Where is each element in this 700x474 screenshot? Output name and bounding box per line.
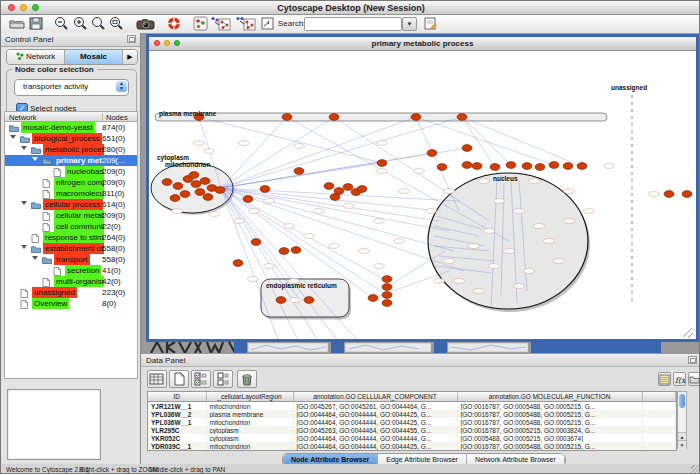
tree-row[interactable]: cellular process614(0) bbox=[5, 199, 137, 210]
node-color-dropdown[interactable]: transporter activity ▲▼ bbox=[14, 79, 129, 96]
tree-row[interactable]: cellular metabo209(0) bbox=[5, 210, 137, 221]
expand-arrow-icon[interactable] bbox=[21, 201, 27, 205]
table-scrollbar[interactable]: ▲ ▼ bbox=[677, 391, 687, 449]
file-icon bbox=[20, 300, 28, 312]
tree-item-label: mosaic-demo-yeast bbox=[21, 122, 95, 133]
attribute-table[interactable]: ID_cellularLayoutRegionannotation.GO CEL… bbox=[147, 391, 677, 451]
table-cell: YPL036W__2 bbox=[148, 410, 206, 418]
function-builder-button[interactable]: f(x) bbox=[673, 372, 686, 386]
table-cell: mitochondrion bbox=[206, 418, 293, 426]
table-column-header[interactable]: annotation.GO CELLULAR_COMPONENT bbox=[293, 392, 457, 402]
tree-row[interactable]: mosaic-demo-yeast874(0) bbox=[5, 122, 137, 133]
expand-arrow-icon[interactable] bbox=[21, 245, 27, 249]
tree-item-label: establishment of lo bbox=[43, 243, 104, 254]
expand-arrow-icon[interactable] bbox=[21, 146, 27, 150]
table-column-header[interactable]: ID bbox=[148, 392, 206, 402]
zoom-actual-size-button[interactable] bbox=[108, 16, 126, 31]
table-cell: cytoplasm bbox=[206, 434, 293, 442]
table-row[interactable]: YDR039C__1mitochondrion[GO:0044464, GO:0… bbox=[148, 442, 676, 450]
help-button[interactable] bbox=[165, 16, 183, 31]
expand-arrow-icon[interactable] bbox=[32, 157, 38, 161]
tab-mosaic[interactable]: Mosaic bbox=[65, 50, 123, 64]
tree-row[interactable]: establishment of lo558(0) bbox=[5, 243, 137, 254]
tree-item-node-count: 280(0) bbox=[102, 144, 125, 155]
tree-item-label: Overview bbox=[32, 298, 69, 309]
tree-row[interactable]: multi-organism pro42(0) bbox=[5, 276, 137, 287]
table-row[interactable]: YJR121W__1mitochondrion[GO:0045267, GO:0… bbox=[148, 402, 676, 411]
zoom-in-button[interactable] bbox=[72, 16, 90, 31]
expand-arrow-icon[interactable] bbox=[10, 135, 16, 139]
zoom-out-button[interactable] bbox=[53, 16, 71, 31]
window-titlebar[interactable]: Cytoscape Desktop (New Session) bbox=[1, 1, 700, 15]
save-session-button[interactable] bbox=[27, 16, 45, 31]
table-cell bbox=[642, 418, 676, 426]
select-all-attributes-button[interactable] bbox=[191, 370, 211, 388]
snapshot-button[interactable] bbox=[135, 16, 157, 31]
tree-row[interactable]: biological_process651(0) bbox=[5, 133, 137, 144]
table-row[interactable]: YPL036W__1mitochondrion[GO:0044464, GO:0… bbox=[148, 418, 676, 426]
tree-item-label: transport bbox=[54, 254, 90, 265]
tree-item-node-count: 209(0) bbox=[102, 166, 125, 177]
scrollbar-thumb[interactable] bbox=[679, 394, 685, 408]
tree-item-label: cell communicat bbox=[54, 221, 104, 232]
table-column-header[interactable]: _cellularLayoutRegion bbox=[206, 392, 293, 402]
advanced-search-button[interactable] bbox=[422, 16, 440, 31]
table-column-header[interactable]: annotation.GO MOLECULAR_FUNCTION bbox=[457, 392, 642, 402]
tab-network[interactable]: Network bbox=[7, 50, 65, 64]
network-desktop: primary metabolic process plasma membran… bbox=[141, 33, 700, 353]
tree-row[interactable]: metabolic process280(0) bbox=[5, 144, 137, 155]
float-data-panel-icon[interactable] bbox=[688, 356, 697, 364]
tree-row[interactable]: nitrogen compo209(0) bbox=[5, 177, 137, 188]
control-panel-tabs: Network Mosaic ▶ bbox=[6, 49, 138, 65]
window-resize-grip[interactable] bbox=[691, 465, 700, 474]
camera-icon bbox=[135, 16, 157, 31]
tree-item-label: cellular process bbox=[43, 199, 103, 210]
create-new-attribute-button[interactable] bbox=[169, 370, 189, 388]
float-panel-icon[interactable] bbox=[127, 35, 136, 43]
tree-row[interactable]: unassigned223(0) bbox=[5, 287, 137, 298]
vizmapper-button[interactable] bbox=[192, 16, 210, 31]
tree-row[interactable]: secretion41(0) bbox=[5, 265, 137, 276]
network-view-frame: primary metabolic process plasma membran… bbox=[146, 34, 699, 342]
unselect-all-attributes-button[interactable] bbox=[213, 370, 233, 388]
tree-row[interactable]: response to stimulu264(0) bbox=[5, 232, 137, 243]
table-cell: mitochondrion bbox=[206, 402, 293, 411]
more-tabs-arrow[interactable]: ▶ bbox=[123, 50, 137, 64]
table-row[interactable]: YLR295Ccytoplasm[GO:0045263, GO:0044464,… bbox=[148, 426, 676, 434]
table-row[interactable]: YKR052Ccytoplasm[GO:0044464, GO:0044444,… bbox=[148, 434, 676, 442]
delete-attribute-button[interactable] bbox=[237, 370, 257, 388]
open-file-button[interactable] bbox=[8, 16, 26, 31]
tree-row[interactable]: transport558(0) bbox=[5, 254, 137, 265]
birdseye-view[interactable] bbox=[7, 389, 101, 460]
new-document-icon bbox=[170, 372, 188, 386]
attribute-batch-editor-button[interactable] bbox=[658, 372, 671, 386]
tree-item-label: metabolic process bbox=[43, 144, 104, 155]
network-frame-titlebar[interactable]: primary metabolic process bbox=[149, 37, 696, 51]
lifesaver-help-icon bbox=[165, 16, 183, 31]
select-attributes-button[interactable] bbox=[147, 370, 167, 388]
zoom-selected-region-button[interactable] bbox=[90, 16, 108, 31]
tree-row[interactable]: Overview8(0) bbox=[5, 298, 137, 309]
mitochondrion-label: mitochondrion bbox=[165, 161, 211, 168]
annotation-button[interactable] bbox=[259, 16, 277, 31]
checkboxes-checked-icon bbox=[192, 372, 210, 386]
search-dropdown-arrow[interactable]: ▼ bbox=[402, 17, 417, 31]
new-network-from-selected-edges-button[interactable] bbox=[235, 16, 259, 31]
tree-item-label: cellular metabo bbox=[54, 210, 104, 221]
table-column-header[interactable] bbox=[642, 392, 676, 402]
new-network-from-selected-nodes-button[interactable] bbox=[210, 16, 234, 31]
tree-row[interactable]: cell communicat22(0) bbox=[5, 221, 137, 232]
svg-text:f(x): f(x) bbox=[675, 376, 685, 385]
table-row[interactable]: YPL036W__2plasma membrane[GO:0044464, GO… bbox=[148, 410, 676, 418]
tree-row[interactable]: macromolecule311(0) bbox=[5, 188, 137, 199]
tree-row[interactable]: primary metabo209(... bbox=[5, 155, 137, 166]
search-input[interactable] bbox=[304, 17, 402, 31]
tree-item-node-count: 41(0) bbox=[102, 265, 121, 276]
table-cell: plasma membrane bbox=[206, 410, 293, 418]
network-canvas[interactable]: plasma membrane cytoplasm mitochondrion … bbox=[149, 51, 696, 339]
expand-arrow-icon[interactable] bbox=[32, 256, 38, 260]
scroll-down-arrow[interactable]: ▼ bbox=[678, 440, 686, 449]
import-attributes-button[interactable] bbox=[688, 372, 700, 386]
tree-row[interactable]: nucleobase-209(0) bbox=[5, 166, 137, 177]
control-panel-header: Control Panel bbox=[1, 33, 140, 47]
